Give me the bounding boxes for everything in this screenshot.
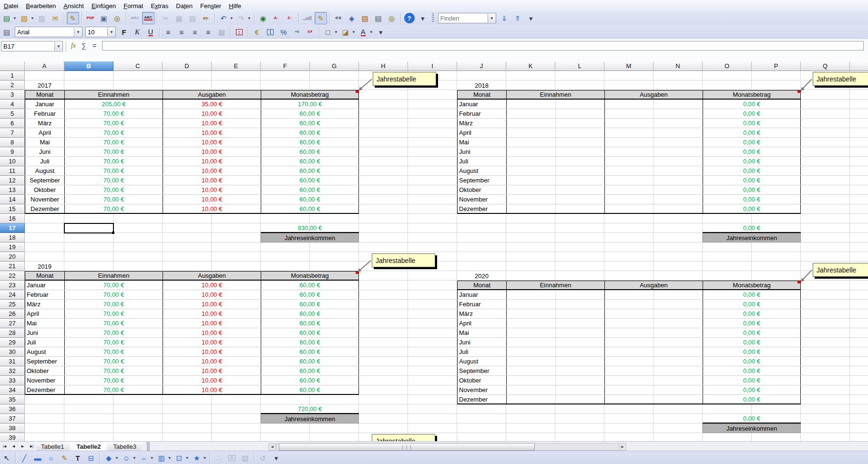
cell-einnahmen[interactable] xyxy=(506,385,604,394)
cell-monatsbetrag[interactable]: 0,00 € xyxy=(703,185,801,194)
cell-ausgaben[interactable]: 35,00 € xyxy=(163,100,261,109)
borders-icon-dropdown[interactable]: ▼ xyxy=(334,30,338,34)
cell-ausgaben[interactable] xyxy=(604,176,703,185)
header-monatsbetrag[interactable]: Monatsbetrag xyxy=(703,91,801,99)
cell-einnahmen[interactable] xyxy=(506,366,604,375)
cell-ausgaben[interactable] xyxy=(604,338,703,347)
underline-icon[interactable]: U xyxy=(144,26,157,38)
year-total-2018[interactable]: 0,00 € xyxy=(703,223,801,233)
styles-icon[interactable]: ▤ xyxy=(0,26,13,38)
toolbar-overflow-icon[interactable]: ▾ xyxy=(417,12,429,24)
cell-monatsbetrag[interactable]: 0,00 € xyxy=(703,176,801,185)
cell-einnahmen[interactable]: 70,00 € xyxy=(64,385,163,394)
cell-monatsbetrag[interactable]: 60,00 € xyxy=(261,204,359,213)
column-header-O[interactable]: O xyxy=(703,61,752,71)
cell-einnahmen[interactable]: 70,00 € xyxy=(64,290,163,299)
cell-einnahmen[interactable] xyxy=(506,195,604,204)
cell-month[interactable]: Februar xyxy=(25,290,64,299)
column-header-G[interactable]: G xyxy=(310,61,359,71)
menu-format[interactable]: Format xyxy=(120,1,147,11)
sort-ascending-icon[interactable]: A↓ xyxy=(270,12,283,24)
cell-einnahmen[interactable] xyxy=(506,128,604,137)
hscroll-right-icon[interactable]: ▶ xyxy=(619,443,626,451)
cell-ausgaben[interactable]: 10,00 € xyxy=(163,128,261,137)
cell-month[interactable]: September xyxy=(457,366,506,375)
cell-month[interactable]: September xyxy=(25,357,64,366)
cell-einnahmen[interactable]: 70,00 € xyxy=(64,176,163,185)
menu-daten[interactable]: Daten xyxy=(172,1,196,11)
cell-einnahmen[interactable] xyxy=(506,347,604,356)
cell-ausgaben[interactable] xyxy=(604,300,703,309)
cell-ausgaben[interactable] xyxy=(604,138,703,147)
cell-monatsbetrag[interactable]: 0,00 € xyxy=(703,147,801,156)
row-header-36[interactable]: 36 xyxy=(0,404,25,414)
cell-einnahmen[interactable] xyxy=(506,138,604,147)
align-right-icon[interactable]: ≡ xyxy=(189,26,201,38)
align-center-icon[interactable]: ≡ xyxy=(175,26,188,38)
redo-icon-dropdown[interactable]: ▼ xyxy=(247,16,251,20)
format-paintbrush-icon[interactable]: ✏ xyxy=(200,12,212,24)
cell-ausgaben[interactable]: 10,00 € xyxy=(163,138,261,147)
hscroll-thumb[interactable]: ❘❘❘ xyxy=(279,443,535,451)
sort-descending-icon[interactable]: Z↓ xyxy=(284,12,296,24)
menu-extras[interactable]: Extras xyxy=(147,1,172,11)
cell-ausgaben[interactable] xyxy=(604,166,703,175)
find-input[interactable] xyxy=(439,14,488,22)
cell-ausgaben[interactable] xyxy=(604,119,703,128)
cell-month[interactable]: April xyxy=(457,128,506,137)
cell-einnahmen[interactable]: 70,00 € xyxy=(64,376,163,385)
row-header-27[interactable]: 27 xyxy=(0,319,25,328)
header-einnahmen[interactable]: Einnahmen xyxy=(506,281,604,289)
cell-einnahmen[interactable] xyxy=(506,395,604,403)
open-icon[interactable]: ▧ xyxy=(18,12,31,24)
font-name-dropdown-icon[interactable]: ▼ xyxy=(74,28,82,36)
row-header-18[interactable]: 18 xyxy=(0,233,25,242)
cell-ausgaben[interactable]: 10,00 € xyxy=(163,309,261,318)
cell-ausgaben[interactable] xyxy=(604,185,703,194)
cell-month[interactable]: Oktober xyxy=(25,366,64,375)
cell-ausgaben[interactable] xyxy=(604,109,703,118)
next-sheet-icon[interactable]: ▶ xyxy=(19,443,27,450)
cell-einnahmen[interactable] xyxy=(506,119,604,128)
cell-einnahmen[interactable]: 70,00 € xyxy=(64,185,163,194)
cell-ausgaben[interactable]: 10,00 € xyxy=(163,147,261,156)
menu-datei[interactable]: Datei xyxy=(0,1,22,11)
print-icon[interactable]: ▣ xyxy=(98,12,110,24)
cell-ausgaben[interactable]: 10,00 € xyxy=(163,157,261,166)
cell-ausgaben[interactable]: 10,00 € xyxy=(163,195,261,204)
column-header-N[interactable]: N xyxy=(654,61,703,71)
cell-month[interactable]: Januar xyxy=(457,290,506,299)
column-header-D[interactable]: D xyxy=(163,61,212,71)
row-header-28[interactable]: 28 xyxy=(0,328,25,338)
cell-month[interactable]: Juni xyxy=(457,338,506,347)
cell-month[interactable]: Februar xyxy=(457,109,506,118)
cell-einnahmen[interactable]: 70,00 € xyxy=(64,319,163,328)
cell-monatsbetrag[interactable]: 0,00 € xyxy=(703,395,801,403)
cell-einnahmen[interactable] xyxy=(506,147,604,156)
cell-monatsbetrag[interactable]: 60,00 € xyxy=(261,309,359,318)
cell-month[interactable]: September xyxy=(25,176,64,185)
cell-monatsbetrag[interactable]: 60,00 € xyxy=(261,128,359,137)
formula-input[interactable] xyxy=(102,41,864,50)
findbar-overflow-icon[interactable]: ▾ xyxy=(525,12,537,24)
cell-month[interactable]: November xyxy=(457,385,506,394)
row-header-21[interactable]: 21 xyxy=(0,262,25,271)
column-header-A[interactable]: A xyxy=(25,61,64,71)
cell-einnahmen[interactable] xyxy=(506,309,604,318)
cell-month[interactable]: September xyxy=(457,176,506,185)
cell-month[interactable]: Januar xyxy=(25,100,64,109)
cell-einnahmen[interactable] xyxy=(506,166,604,175)
cell-einnahmen[interactable]: 70,00 € xyxy=(64,309,163,318)
cell-month[interactable]: Juni xyxy=(25,328,64,337)
cell-month[interactable]: März xyxy=(457,309,506,318)
cell-monatsbetrag[interactable]: 60,00 € xyxy=(261,328,359,337)
column-header-M[interactable]: M xyxy=(604,61,654,71)
sheet-tab-tabelle2[interactable]: Tabelle2 xyxy=(69,442,108,451)
font-size-select[interactable] xyxy=(86,28,107,36)
cell-einnahmen[interactable] xyxy=(506,376,604,385)
cell-monatsbetrag[interactable]: 60,00 € xyxy=(261,281,359,290)
cell-einnahmen[interactable]: 70,00 € xyxy=(64,195,163,204)
cell-monatsbetrag[interactable]: 60,00 € xyxy=(261,357,359,366)
stars-icon[interactable]: ★ xyxy=(191,452,203,464)
row-header-34[interactable]: 34 xyxy=(0,385,25,395)
